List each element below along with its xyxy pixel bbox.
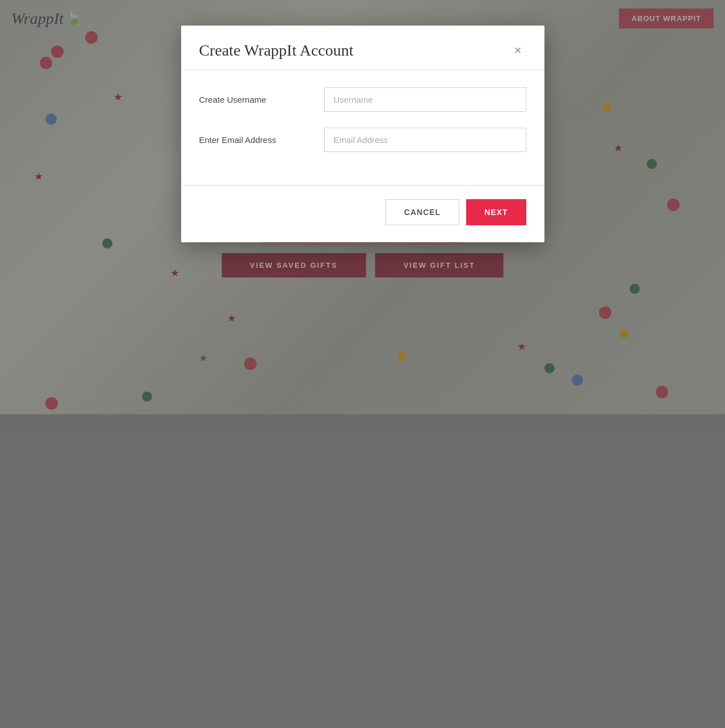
modal-title: Create WrappIt Account [199, 41, 354, 60]
modal-divider [181, 185, 544, 186]
cancel-button[interactable]: CANCEL [385, 199, 459, 225]
username-row: Create Username [199, 87, 526, 112]
create-account-modal: Create WrappIt Account × Create Username… [181, 26, 544, 242]
username-input[interactable] [324, 87, 526, 112]
next-button[interactable]: NEXT [466, 199, 526, 225]
modal-overlay: Create WrappIt Account × Create Username… [0, 0, 725, 728]
modal-header: Create WrappIt Account × [181, 26, 544, 70]
email-row: Enter Email Address [199, 128, 526, 152]
username-label: Create Username [199, 95, 324, 104]
modal-footer: CANCEL NEXT [181, 199, 544, 225]
email-label: Enter Email Address [199, 135, 324, 145]
modal-close-button[interactable]: × [510, 42, 526, 59]
email-input[interactable] [324, 128, 526, 152]
modal-body: Create Username Enter Email Address [181, 70, 544, 185]
